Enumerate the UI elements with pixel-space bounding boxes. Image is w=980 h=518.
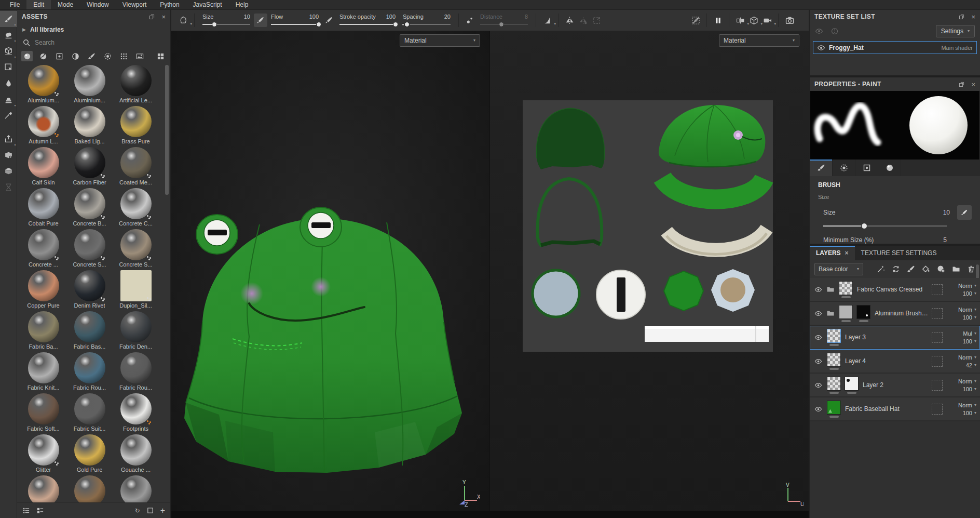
viewport-2d-uv[interactable]: Material▾ V U — [490, 31, 809, 518]
menu-item[interactable]: Python — [153, 0, 186, 9]
add-group-folder-icon[interactable] — [952, 265, 960, 273]
properties-size-slider[interactable] — [823, 223, 947, 229]
layer-thumbnail[interactable] — [856, 305, 870, 319]
flow-slider[interactable]: Flow100 — [271, 14, 319, 27]
layer-row[interactable]: Fabric Baseball Hat Norm▾ 100▾ — [810, 397, 980, 421]
layer-thumbnail[interactable] — [827, 353, 841, 367]
size-value[interactable]: 10 — [932, 209, 950, 216]
asset-card[interactable]: Fabric Knit... — [20, 352, 66, 393]
texture-set-row-selected[interactable]: Froggy_Hat Main shader — [813, 41, 977, 54]
spacing-slider[interactable]: Spacing20 — [403, 14, 451, 27]
layer-visibility-eye-icon[interactable] — [813, 357, 823, 365]
no-stencil-icon[interactable] — [689, 14, 702, 27]
falloff-curve-icon[interactable]: ▾ — [540, 14, 554, 27]
assets-scrollbar[interactable] — [165, 65, 169, 195]
filter-smart-masks-icon[interactable] — [53, 51, 65, 61]
layer-visibility-eye-icon[interactable] — [813, 405, 823, 413]
layer-thumbnail[interactable] — [827, 401, 841, 415]
export-resource-tool[interactable]: ▾ — [0, 131, 17, 147]
tab-layers[interactable]: LAYERS× — [810, 246, 855, 260]
asset-card[interactable]: Fabric Suit... — [66, 393, 113, 434]
visibility-eye-icon[interactable] — [817, 44, 825, 52]
float-panel-icon[interactable] — [148, 14, 155, 20]
perspective-cube-icon[interactable]: ▾ — [747, 14, 760, 27]
layer-blend-mode[interactable]: Norm▾ — [958, 307, 976, 313]
viewport-3d[interactable]: Material▾ Y X Z — [171, 31, 490, 518]
asset-card[interactable]: Fabric Den... — [113, 311, 159, 352]
projection-tool[interactable]: ▾ — [0, 43, 17, 59]
delete-layer-trash-icon[interactable] — [967, 265, 975, 273]
size-pressure-toggle[interactable] — [957, 205, 972, 220]
layer-opacity[interactable]: 100▾ — [963, 314, 976, 321]
asset-card[interactable]: Copper Pure — [20, 270, 66, 311]
close-panel-icon[interactable]: × — [971, 13, 975, 21]
close-panel-icon[interactable]: × — [161, 13, 166, 21]
layer-thumbnail[interactable] — [827, 329, 841, 343]
asset-card[interactable]: Footprints — [113, 393, 159, 434]
size-pressure-toggle[interactable] — [254, 14, 267, 27]
asset-card[interactable]: Fabric Rou... — [66, 352, 113, 393]
channel-dropdown[interactable]: Base color▾ — [814, 263, 863, 275]
filter-brushes-icon[interactable] — [86, 51, 97, 61]
layer-opacity[interactable]: 42▾ — [966, 362, 976, 368]
asset-card[interactable]: Aluminium... — [66, 65, 113, 106]
layer-blend-mode[interactable]: Norm▾ — [958, 378, 976, 384]
chevron-right-icon[interactable]: ▶ — [22, 27, 26, 32]
asset-card[interactable] — [113, 475, 159, 502]
refresh-assets-icon[interactable]: ↻ — [135, 507, 140, 514]
layer-thumbnail[interactable] — [839, 281, 853, 295]
list-view-small-icon[interactable] — [22, 507, 30, 514]
min-size-value[interactable]: 5 — [943, 236, 947, 244]
size-slider[interactable]: Size10 — [202, 14, 250, 27]
menu-item[interactable]: File — [3, 0, 26, 9]
filter-filters-icon[interactable] — [70, 51, 81, 61]
asset-card[interactable]: Denim Rivet — [66, 270, 113, 311]
menu-item[interactable]: JavaScript — [186, 0, 229, 9]
add-effect-wand-icon[interactable] — [877, 265, 885, 273]
asset-card[interactable]: Concrete C... — [113, 188, 159, 229]
filter-environments-icon[interactable] — [134, 51, 145, 61]
asset-card[interactable]: Fabric Ba... — [20, 311, 66, 352]
asset-card[interactable]: Calf Skin — [20, 147, 66, 188]
asset-card[interactable]: Concrete S... — [113, 229, 159, 270]
brush-alpha-stamp-icon[interactable]: ▾ — [176, 14, 190, 27]
asset-card[interactable]: Dupion_Sil... — [113, 270, 159, 311]
asset-card[interactable]: Concrete ... — [20, 229, 66, 270]
layer-mask-placeholder[interactable] — [932, 284, 943, 295]
add-smart-material-icon[interactable] — [892, 265, 900, 273]
layer-row[interactable]: Layer 3 Mul▾ 100▾ — [810, 326, 980, 350]
asset-card[interactable]: Coated Me... — [113, 147, 159, 188]
layer-mask-placeholder[interactable] — [932, 404, 943, 415]
tab-texture-set-settings[interactable]: TEXTURE SET SETTINGS — [855, 246, 943, 260]
paint-tool[interactable]: ▾ — [0, 11, 17, 27]
tab-stencil-icon[interactable] — [855, 160, 878, 176]
tab-brush-icon[interactable] — [810, 160, 833, 176]
layer-mask-placeholder[interactable] — [932, 356, 943, 367]
layer-visibility-eye-icon[interactable] — [813, 286, 823, 294]
menu-item[interactable]: Edit — [26, 0, 51, 9]
layer-mask-placeholder[interactable] — [932, 332, 943, 343]
layer-opacity[interactable]: 100▾ — [963, 410, 976, 416]
asset-card[interactable]: Autumn L... — [20, 106, 66, 147]
asset-card[interactable]: Concrete B... — [66, 188, 113, 229]
layer-row[interactable]: Aluminium Brushed Worn Norm▾ 100▾ — [810, 302, 980, 326]
list-view-detail-icon[interactable] — [36, 507, 44, 514]
asset-card[interactable]: Brass Pure — [113, 106, 159, 147]
viewport3d-shading-dropdown[interactable]: Material▾ — [400, 34, 480, 47]
asset-card[interactable]: Fabric Soft... — [20, 393, 66, 434]
float-panel-icon[interactable] — [958, 14, 965, 20]
clone-tool[interactable]: ▾ — [0, 91, 17, 108]
show-all-sets-eye-icon[interactable] — [815, 27, 823, 35]
layer-opacity[interactable]: 100▾ — [963, 386, 976, 392]
geometry-mask-tool[interactable] — [0, 163, 17, 179]
smudge-tool[interactable] — [0, 75, 17, 91]
close-tab-icon[interactable]: × — [845, 249, 849, 257]
tab-material-icon[interactable] — [878, 160, 901, 176]
grid-view-icon[interactable] — [155, 51, 166, 61]
asset-card[interactable]: Fabric Bas... — [66, 311, 113, 352]
layer-opacity[interactable]: 100▾ — [963, 290, 976, 297]
close-panel-icon[interactable]: × — [971, 81, 975, 88]
screenshot-camera-icon[interactable] — [783, 14, 796, 27]
asset-card[interactable]: Glitter — [20, 434, 66, 475]
polygon-fill-tool[interactable] — [0, 59, 17, 75]
